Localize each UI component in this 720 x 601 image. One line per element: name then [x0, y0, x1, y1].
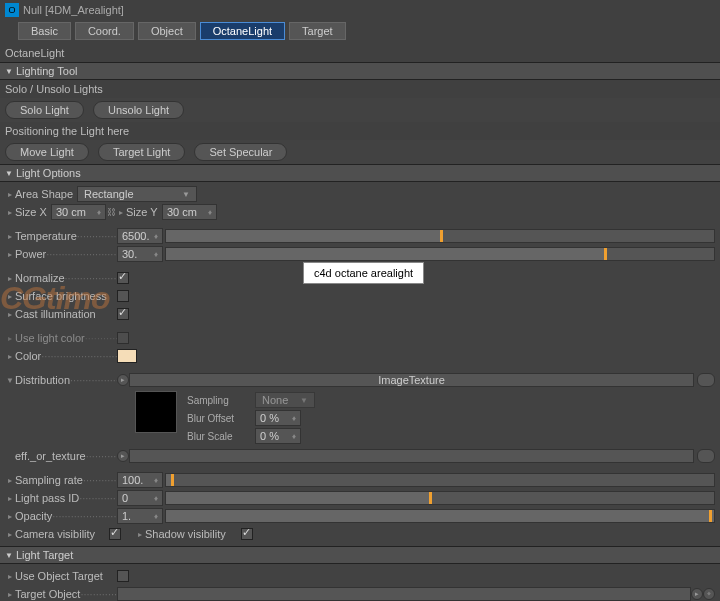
eyedropper-icon[interactable]: ⌖	[703, 588, 715, 600]
sampling-rate-slider[interactable]	[165, 473, 715, 487]
object-icon: O	[5, 3, 19, 17]
tab-target[interactable]: Target	[289, 22, 346, 40]
power-slider[interactable]	[165, 247, 715, 261]
sampling-dropdown[interactable]: None▼	[255, 392, 315, 408]
blur-scale-label: Blur Scale	[187, 431, 255, 442]
tab-basic[interactable]: Basic	[18, 22, 71, 40]
spinner-icon[interactable]: ♦	[292, 414, 296, 423]
disclosure-icon[interactable]: ▸	[116, 208, 126, 217]
eff-or-texture-menu-button[interactable]	[697, 449, 715, 463]
spinner-icon[interactable]: ♦	[154, 476, 158, 485]
eff-or-texture-label: eff._or_texture	[15, 450, 86, 462]
opacity-field[interactable]: 1.♦	[117, 508, 163, 524]
disclosure-icon[interactable]: ▸	[5, 190, 15, 199]
spinner-icon[interactable]: ♦	[292, 432, 296, 441]
light-pass-id-label: Light pass ID	[15, 492, 79, 504]
spinner-icon[interactable]: ♦	[154, 512, 158, 521]
cast-illum-checkbox[interactable]	[117, 308, 129, 320]
shadow-vis-label: Shadow visibility	[145, 528, 241, 540]
sizey-label: Size Y	[126, 206, 162, 218]
blur-offset-field[interactable]: 0 %♦	[255, 410, 301, 426]
chevron-down-icon: ▼	[300, 396, 308, 405]
blur-offset-label: Blur Offset	[187, 413, 255, 424]
camera-vis-label: Camera visibility	[15, 528, 109, 540]
chevron-down-icon: ▼	[182, 190, 190, 199]
disclosure-icon[interactable]: ▸	[5, 352, 15, 361]
distribution-label: Distribution	[15, 374, 70, 386]
light-pass-id-slider[interactable]	[165, 491, 715, 505]
disclosure-icon[interactable]: ▸	[5, 530, 15, 539]
use-obj-target-label: Use Object Target	[15, 570, 103, 582]
use-obj-target-checkbox[interactable]	[117, 570, 129, 582]
disclosure-icon[interactable]: ▸	[5, 590, 15, 599]
disclosure-icon[interactable]: ▸	[5, 232, 15, 241]
shadow-vis-checkbox[interactable]	[241, 528, 253, 540]
disclosure-icon[interactable]: ▸	[5, 476, 15, 485]
sizey-field[interactable]: 30 cm♦	[162, 204, 217, 220]
surface-brightness-checkbox[interactable]	[117, 290, 129, 302]
use-light-color-label: Use light color	[15, 332, 85, 344]
link-icon: ⛓	[106, 207, 116, 217]
solo-title: Solo / Unsolo Lights	[0, 80, 720, 98]
disclosure-icon[interactable]: ▸	[5, 334, 15, 343]
solo-light-button[interactable]: Solo Light	[5, 101, 84, 119]
sizex-label: Size X	[15, 206, 51, 218]
disclosure-icon[interactable]: ▸	[5, 494, 15, 503]
use-light-color-checkbox[interactable]	[117, 332, 129, 344]
disclosure-icon[interactable]: ▸	[5, 310, 15, 319]
disclosure-icon[interactable]: ▸	[5, 250, 15, 259]
tooltip: c4d octane arealight	[303, 262, 424, 284]
disclosure-icon[interactable]: ▼	[5, 376, 15, 385]
target-obj-field[interactable]	[117, 587, 691, 601]
temperature-field[interactable]: 6500.♦	[117, 228, 163, 244]
color-swatch[interactable]	[117, 349, 137, 363]
distribution-thumbnail[interactable]	[135, 391, 177, 433]
normalize-label: Normalize	[15, 272, 65, 284]
window-title: Null [4DM_Arealight]	[23, 4, 124, 16]
distribution-menu-button[interactable]	[697, 373, 715, 387]
opacity-slider[interactable]	[165, 509, 715, 523]
disclosure-icon[interactable]: ▸	[5, 274, 15, 283]
camera-vis-checkbox[interactable]	[109, 528, 121, 540]
opacity-label: Opacity	[15, 510, 52, 522]
sampling-label: Sampling	[187, 395, 255, 406]
expand-button[interactable]: ▸	[117, 450, 129, 462]
disclosure-icon[interactable]: ▸	[5, 208, 15, 217]
section-lighting-tool[interactable]: Lighting Tool	[0, 62, 720, 80]
sampling-rate-label: Sampling rate	[15, 474, 83, 486]
spinner-icon[interactable]: ♦	[154, 250, 158, 259]
disclosure-icon[interactable]: ▸	[5, 292, 15, 301]
target-obj-label: Target Object	[15, 588, 80, 600]
spinner-icon[interactable]: ♦	[97, 208, 101, 217]
pick-button[interactable]: ▸	[691, 588, 703, 600]
disclosure-icon[interactable]: ▸	[5, 572, 15, 581]
spinner-icon[interactable]: ♦	[154, 494, 158, 503]
disclosure-icon[interactable]: ▸	[5, 512, 15, 521]
temperature-label: Temperature	[15, 230, 77, 242]
section-light-target[interactable]: Light Target	[0, 546, 720, 564]
eff-or-texture-field[interactable]	[129, 449, 694, 463]
tab-octanelight[interactable]: OctaneLight	[200, 22, 285, 40]
spinner-icon[interactable]: ♦	[154, 232, 158, 241]
disclosure-icon[interactable]: ▸	[135, 530, 145, 539]
target-light-button[interactable]: Target Light	[98, 143, 185, 161]
set-specular-button[interactable]: Set Specular	[194, 143, 287, 161]
sizex-field[interactable]: 30 cm♦	[51, 204, 106, 220]
distribution-field[interactable]: ImageTexture	[129, 373, 694, 387]
move-light-button[interactable]: Move Light	[5, 143, 89, 161]
light-pass-id-field[interactable]: 0♦	[117, 490, 163, 506]
cast-illum-label: Cast illumination	[15, 308, 96, 320]
expand-button[interactable]: ▸	[117, 374, 129, 386]
surface-brightness-label: Surface brightness	[15, 290, 107, 302]
sampling-rate-field[interactable]: 100.♦	[117, 472, 163, 488]
spinner-icon[interactable]: ♦	[208, 208, 212, 217]
area-shape-dropdown[interactable]: Rectangle▼	[77, 186, 197, 202]
section-light-options[interactable]: Light Options	[0, 164, 720, 182]
blur-scale-field[interactable]: 0 %♦	[255, 428, 301, 444]
tab-object[interactable]: Object	[138, 22, 196, 40]
tab-coord[interactable]: Coord.	[75, 22, 134, 40]
normalize-checkbox[interactable]	[117, 272, 129, 284]
unsolo-light-button[interactable]: Unsolo Light	[93, 101, 184, 119]
power-field[interactable]: 30.♦	[117, 246, 163, 262]
temperature-slider[interactable]	[165, 229, 715, 243]
